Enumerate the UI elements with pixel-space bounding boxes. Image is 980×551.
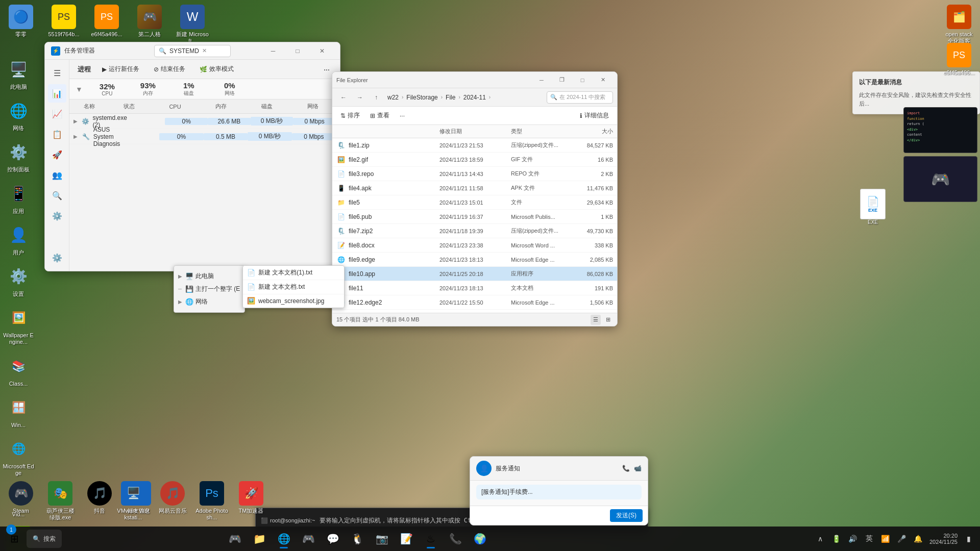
desktop-icon-douyin[interactable]: 🎵 抖音: [81, 479, 118, 523]
video-icon[interactable]: 📹: [634, 465, 642, 472]
open-stack-desktop-icon[interactable]: 🗂️ open stack全化版客: [941, 3, 977, 46]
nav-forward-button[interactable]: →: [353, 90, 367, 105]
phone-icon[interactable]: 📞: [622, 465, 630, 472]
desktop-icon-steam[interactable]: 🎮 Steam: [3, 479, 39, 523]
table-row[interactable]: 📄 file11 2024/11/23 18:13 文本文档 191 KB: [332, 281, 617, 295]
col-name[interactable]: 名称: [74, 103, 106, 110]
e6f4-icon-right[interactable]: PS e6f45a496...: [941, 41, 977, 78]
sidebar-perf-icon[interactable]: 📈: [48, 105, 66, 123]
chat-send-button[interactable]: 发送(S): [610, 509, 643, 522]
desktop-icon-netease[interactable]: 🎵 网易云音乐: [154, 479, 191, 523]
tree-item-drive[interactable]: ─ 💾 主打一个整字 (E: [174, 283, 244, 295]
efficiency-button[interactable]: 🌿 效率模式: [194, 63, 239, 76]
minimize-button[interactable]: ─: [261, 42, 285, 60]
col-disk[interactable]: 磁盘: [244, 103, 290, 110]
desktop-icon-huluxia[interactable]: 🎭 葫芦侠三楼绿版.exe: [42, 479, 79, 523]
fe-minimize-button[interactable]: ─: [531, 72, 552, 88]
table-row[interactable]: 🌐 file9.edge 2024/11/23 18:13 Microsoft …: [332, 253, 617, 267]
taskbar-app-word[interactable]: 📝: [395, 528, 418, 550]
col-size-header[interactable]: 大小: [572, 128, 613, 135]
sidebar-settings-icon[interactable]: ⚙️: [48, 248, 66, 267]
sidebar-icon-app[interactable]: 📱 应用: [0, 180, 37, 217]
table-row[interactable]: 🖼️ file2.gif 2024/11/23 18:59 GIF 文件 16 …: [332, 153, 617, 167]
sidebar-details-icon[interactable]: 🔍: [48, 186, 66, 205]
nav-up-button[interactable]: ↑: [369, 90, 383, 105]
breadcrumb-filestorage[interactable]: FileStorage: [404, 93, 439, 102]
sidebar-icon-net[interactable]: 🌐 网络: [0, 96, 37, 134]
list-view-button[interactable]: ☰: [591, 315, 601, 325]
sidebar-process-icon[interactable]: 📊: [48, 84, 66, 103]
file-search-input[interactable]: 🔍 在 2024-11 中搜索: [547, 91, 613, 104]
desktop-icon-game[interactable]: 🎮 第二人格: [131, 3, 168, 46]
sidebar-icon-class[interactable]: 📚 Class...: [0, 352, 37, 389]
taskbar-app-wechat[interactable]: 💬: [322, 528, 344, 550]
sidebar-icon-pc[interactable]: 🖥️ 此电脑: [0, 55, 37, 92]
show-desktop-button[interactable]: ▮: [962, 532, 976, 546]
tree-item-network[interactable]: ▶ 🌐 网络: [174, 295, 244, 308]
taskbar-app-steam2[interactable]: ♨: [420, 528, 442, 550]
taskbar-app-qq[interactable]: 🐧: [346, 528, 369, 550]
taskbar-app-phone[interactable]: 📞: [444, 528, 467, 550]
table-row[interactable]: ▶ 🔧 ASUS System Diagnosis 0% 0.5 MB 0 MB…: [69, 129, 340, 144]
nav-back-button[interactable]: ←: [336, 90, 351, 105]
open-stack-icon[interactable]: 🗂️ open stack全化版客: [941, 3, 977, 46]
expand-icon[interactable]: ▶: [74, 134, 81, 139]
sidebar-icon-user[interactable]: 👤 用户: [0, 221, 37, 258]
task-manager-search[interactable]: 🔍 SYSTEMD ✕: [154, 45, 231, 57]
list-item[interactable]: 📄 新建 文本文档(1).txt: [243, 266, 344, 280]
table-row[interactable]: ⚙️ file10.app 2024/11/25 20:18 应用程序 86,0…: [332, 267, 617, 281]
fe-close-button[interactable]: ✕: [593, 72, 613, 88]
sidebar-app-history-icon[interactable]: 📋: [48, 125, 66, 143]
exe-file-icon[interactable]: 📄 EXE EXE: [860, 189, 886, 225]
taskbar-app-steam[interactable]: 🎮: [297, 528, 320, 550]
sidebar-startup-icon[interactable]: 🚀: [48, 145, 66, 164]
sidebar-icon-control[interactable]: ⚙️ 控制面板: [0, 138, 37, 175]
sidebar-users-icon[interactable]: 👥: [48, 166, 66, 184]
end-task-button[interactable]: ⊘ 结束任务: [149, 63, 190, 76]
tray-lang-icon[interactable]: 英: [862, 532, 876, 546]
run-task-button[interactable]: ▶ 运行新任务: [97, 63, 144, 76]
list-item[interactable]: 📄 新建 文本文档.txt: [243, 280, 344, 294]
tray-wifi-icon[interactable]: 📶: [878, 532, 893, 546]
tray-battery-icon[interactable]: 🔋: [829, 532, 844, 546]
desktop-icon-vmware[interactable]: 🖥️ VMware Workstati...: [115, 479, 152, 523]
close-button[interactable]: ✕: [310, 42, 334, 60]
col-net[interactable]: 网络: [290, 103, 336, 110]
taskbar-app-edge[interactable]: 🌐: [273, 528, 295, 550]
desktop-icon-tm[interactable]: 🚀 TM加速器: [233, 479, 270, 523]
grid-view-button[interactable]: ⊞: [603, 315, 613, 325]
detail-info-button[interactable]: ℹ 详细信息: [576, 110, 613, 121]
col-mem[interactable]: 内存: [198, 103, 244, 110]
game-thumbnail[interactable]: 🎮: [903, 156, 977, 202]
table-row[interactable]: 📄 file3.repo 2024/11/13 14:43 REPO 文件 2 …: [332, 167, 617, 181]
e6f4-desktop-icon[interactable]: PS e6f45a496...: [941, 41, 977, 78]
col-type-header[interactable]: 类型: [511, 128, 572, 135]
tree-item-pc[interactable]: ▶ 🖥️ 此电脑: [174, 270, 244, 283]
list-item[interactable]: 🖼️ webcam_screenshot.jpg: [243, 294, 344, 308]
code-thumbnail[interactable]: import function return ( <div> content <…: [903, 107, 977, 153]
tray-up-icon[interactable]: ∧: [813, 532, 827, 546]
desktop-icon-5519[interactable]: PS 5519f764b...: [45, 3, 82, 46]
sidebar-menu-icon[interactable]: ☰: [48, 64, 66, 82]
sidebar-icon-settings[interactable]: ⚙️ 设置: [0, 262, 37, 299]
expand-icon[interactable]: ▶: [74, 118, 81, 124]
table-row[interactable]: 🗜️ file1.zip 2024/11/23 21:53 压缩(zipped)…: [332, 138, 617, 153]
table-row[interactable]: 📝 file8.docx 2024/11/23 23:38 Microsoft …: [332, 238, 617, 253]
taskbar-app-camera[interactable]: 📷: [371, 528, 393, 550]
breadcrumb-w22[interactable]: w22: [385, 93, 401, 102]
sidebar-icon-edge[interactable]: 🌐 Microsoft Edge: [0, 435, 37, 479]
sort-icon[interactable]: ▼: [76, 85, 83, 93]
col-date-header[interactable]: 修改日期: [439, 128, 511, 135]
tray-volume-icon[interactable]: 🔊: [846, 532, 860, 546]
desktop-icon-e6f4[interactable]: PS e6f45a496...: [88, 3, 125, 46]
table-row[interactable]: 🌐 file12.edge2 2024/11/22 15:50 Microsof…: [332, 295, 617, 310]
table-row[interactable]: 🗜️ file7.zip2 2024/11/18 19:39 压缩(zipped…: [332, 224, 617, 238]
table-row[interactable]: 📁 file5 2024/11/23 15:01 文件 29,634 KB: [332, 195, 617, 210]
breadcrumb-2024-11[interactable]: 2024-11: [461, 93, 488, 102]
search-clear-button[interactable]: ✕: [202, 47, 207, 54]
col-status[interactable]: 状态: [106, 103, 152, 110]
desktop-icon-diandi[interactable]: 🔵 零零: [3, 3, 39, 46]
desktop-icon-photoshop[interactable]: Ps Adobe Photosh...: [193, 479, 230, 523]
tray-mic-icon[interactable]: 🎤: [895, 532, 909, 546]
table-row[interactable]: 📄 file6.pub 2024/11/19 16:37 Microsoft P…: [332, 210, 617, 224]
